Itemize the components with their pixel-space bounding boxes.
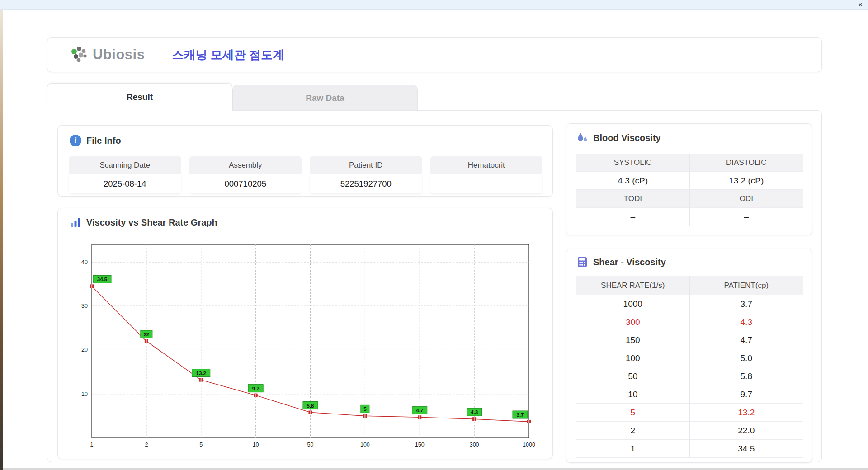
cell-shear: 1 (576, 440, 690, 458)
column-header-shear-rate: SHEAR RATE(1/s) (576, 276, 690, 295)
field-label: Hematocrit (430, 156, 543, 174)
blood-viscosity-title-row: Blood Viscosity (576, 132, 661, 144)
bv-header-odi: ODI (690, 190, 803, 208)
blood-viscosity-grid: SYSTOLIC DIASTOLIC 4.3 (cP) 13.2 (cP) TO… (576, 154, 803, 226)
svg-text:34.5: 34.5 (97, 277, 108, 282)
svg-text:1000: 1000 (523, 442, 535, 448)
close-icon[interactable]: × (858, 0, 863, 10)
bv-value-systolic: 4.3 (cP) (576, 172, 690, 190)
svg-text:50: 50 (307, 442, 314, 448)
droplets-icon (576, 132, 588, 144)
bv-header-todi: TODI (576, 190, 690, 208)
cell-shear: 10 (576, 385, 690, 404)
logo-dots-icon (69, 45, 89, 64)
bv-value-todi: – (576, 208, 690, 226)
shear-viscosity-title: Shear - Viscosity (593, 257, 666, 268)
field-label: Scanning Date (69, 156, 181, 174)
field-value: 2025-08-14 (69, 174, 181, 193)
svg-text:4.3: 4.3 (471, 409, 478, 415)
field-scanning-date: Scanning Date 2025-08-14 (69, 156, 181, 193)
cell-shear: 1000 (576, 295, 690, 313)
svg-text:1: 1 (90, 442, 94, 448)
field-assembly: Assembly 000710205 (189, 156, 302, 193)
table-row: 100 5.0 (576, 349, 803, 367)
field-patient-id: Patient ID 52251927700 (310, 156, 422, 193)
field-label: Assembly (189, 156, 302, 174)
file-info-fields: Scanning Date 2025-08-14 Assembly 000710… (69, 156, 542, 193)
window-bottom-edge (3, 468, 868, 470)
result-panel: i File Info Scanning Date 2025-08-14 Ass… (47, 110, 822, 462)
tab-result[interactable]: Result (47, 83, 232, 111)
cell-shear: 100 (576, 349, 690, 367)
svg-text:5: 5 (199, 442, 203, 448)
svg-text:40: 40 (81, 259, 88, 265)
cell-shear: 50 (576, 367, 690, 385)
logo-text: Ubiosis (93, 47, 145, 63)
blood-viscosity-title: Blood Viscosity (593, 133, 661, 143)
table-row: 1 34.5 (576, 440, 803, 458)
svg-text:150: 150 (415, 442, 425, 448)
field-value: 000710205 (189, 174, 302, 193)
cell-shear: 5 (576, 404, 690, 422)
svg-text:9.7: 9.7 (252, 386, 259, 391)
cell-patient: 4.7 (690, 331, 803, 349)
cell-patient: 5.8 (690, 367, 803, 385)
svg-text:13.2: 13.2 (196, 371, 206, 376)
cell-shear: 300 (576, 313, 690, 331)
table-row: 1000 3.7 (576, 295, 803, 313)
svg-text:3.7: 3.7 (517, 412, 524, 418)
shear-viscosity-card: Shear - Viscosity SHEAR RATE(1/s) PATIEN… (566, 249, 812, 463)
field-value (430, 174, 543, 193)
cell-shear: 150 (576, 331, 690, 349)
bv-header-diastolic: DIASTOLIC (690, 154, 803, 172)
blood-viscosity-card: Blood Viscosity SYSTOLIC DIASTOLIC 4.3 (… (566, 123, 812, 235)
cell-patient: 22.0 (690, 422, 803, 440)
table-row: 10 9.7 (576, 385, 803, 404)
field-hematocrit: Hematocrit (430, 156, 543, 193)
table-row: 2 22.0 (576, 422, 803, 440)
shear-viscosity-title-row: Shear - Viscosity (576, 256, 666, 268)
bar-chart-icon (70, 216, 81, 228)
table-header-row: SHEAR RATE(1/s) PATIENT(cp) (576, 276, 803, 295)
table-row: 50 5.8 (576, 367, 803, 385)
tab-raw-data[interactable]: Raw Data (232, 85, 418, 110)
table-row: 300 4.3 (576, 313, 803, 331)
svg-text:22: 22 (143, 332, 149, 337)
file-info-card: i File Info Scanning Date 2025-08-14 Ass… (57, 125, 553, 197)
svg-text:20: 20 (81, 347, 88, 353)
column-header-patient: PATIENT(cp) (690, 276, 803, 295)
page-title: 스캐닝 모세관 점도계 (172, 47, 284, 63)
ubiosis-logo: Ubiosis (69, 45, 145, 64)
cell-patient: 34.5 (690, 440, 803, 458)
bv-value-diastolic: 13.2 (cP) (690, 172, 803, 190)
svg-text:5.8: 5.8 (307, 403, 315, 409)
svg-text:2: 2 (145, 442, 148, 448)
svg-text:10: 10 (253, 442, 259, 448)
bv-value-odi: – (690, 208, 803, 226)
calculator-icon (576, 256, 588, 268)
svg-text:4.7: 4.7 (416, 408, 423, 413)
svg-text:5: 5 (363, 406, 367, 412)
desktop-background-edge (0, 10, 3, 470)
field-value: 52251927700 (310, 174, 422, 193)
graph-title: Viscosity vs Shear Rate Graph (86, 217, 217, 228)
graph-title-row: Viscosity vs Shear Rate Graph (70, 216, 217, 228)
shear-viscosity-table: SHEAR RATE(1/s) PATIENT(cp) 1000 3.7 300… (576, 276, 803, 458)
cell-patient: 4.3 (690, 313, 803, 331)
window-titlebar: × (0, 0, 868, 10)
field-label: Patient ID (310, 156, 422, 174)
svg-text:30: 30 (81, 303, 88, 309)
cell-patient: 5.0 (690, 349, 803, 367)
cell-patient: 13.2 (690, 404, 803, 422)
viscosity-shear-chart: 102030401251050100150300100034.52213.29.… (71, 235, 542, 455)
info-icon: i (70, 135, 81, 146)
table-row: 5 13.2 (576, 404, 803, 422)
cell-patient: 9.7 (690, 385, 803, 404)
table-row: 150 4.7 (576, 331, 803, 349)
svg-text:100: 100 (360, 442, 370, 448)
svg-text:300: 300 (470, 442, 479, 448)
viscosity-graph-card: Viscosity vs Shear Rate Graph 1020304012… (57, 208, 553, 459)
file-info-title: File Info (86, 136, 121, 146)
cell-shear: 2 (576, 422, 690, 440)
svg-text:10: 10 (81, 391, 88, 397)
